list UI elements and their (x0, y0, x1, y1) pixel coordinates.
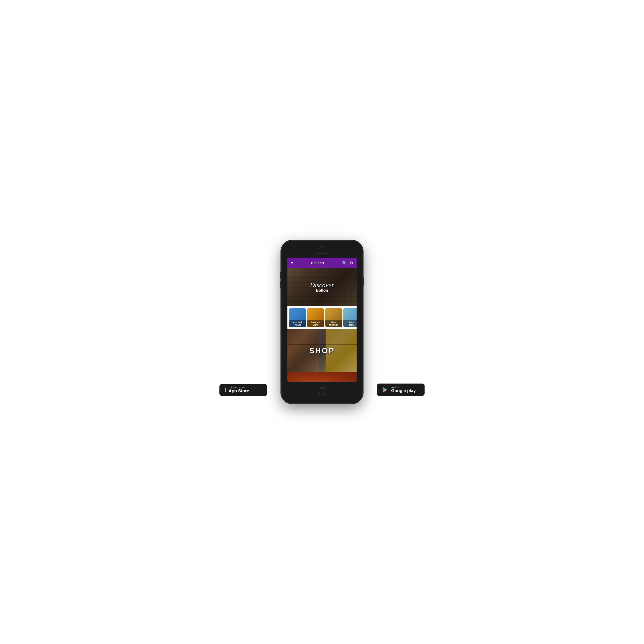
search-icon[interactable]: 🔍 (342, 261, 347, 265)
category-bars[interactable]: Barsand Pubs (325, 308, 342, 327)
googleplay-badge[interactable]: Get it on Google play (377, 384, 425, 396)
app-header: ♥ Bolton ▾ 🔍 ⚙ (287, 258, 357, 268)
arts-label: Arts andTheatre (289, 320, 306, 327)
discover-text: Discover (310, 282, 334, 288)
phone-screen: ♥ Bolton ▾ 🔍 ⚙ Discover (287, 258, 357, 382)
googleplay-line2: Google play (391, 389, 416, 393)
shop-text: SHOP (309, 346, 335, 355)
bars-label: Barsand Pubs (325, 320, 342, 327)
volume-down-button (280, 281, 281, 288)
food-label: Food andDrink (307, 320, 324, 327)
hero-city: Bolton (310, 288, 334, 293)
category-food[interactable]: Food andDrink (307, 308, 324, 327)
dropdown-arrow: ▾ (322, 261, 324, 265)
family-label: Fam-frien... (343, 320, 357, 327)
hero-text: Discover Bolton (310, 282, 334, 293)
front-camera (321, 246, 323, 248)
screen-content: ♥ Bolton ▾ 🔍 ⚙ Discover (287, 258, 357, 382)
city-name: Bolton (311, 261, 322, 265)
shop-banner[interactable]: SHOP (287, 329, 357, 372)
rack-line (287, 344, 357, 345)
hero-section: Discover Bolton (287, 268, 357, 306)
page-wrapper:  Download on the App Store Get it on Go… (215, 215, 429, 429)
appstore-badge[interactable]:  Download on the App Store (219, 384, 267, 396)
categories-row: Arts andTheatre Food andDrink Barsand Pu… (287, 306, 357, 329)
header-title[interactable]: Bolton ▾ (311, 261, 324, 265)
googleplay-icon (381, 386, 389, 394)
settings-icon[interactable]: ⚙ (350, 261, 353, 265)
phone-bottom (281, 382, 363, 401)
phone-top (281, 241, 363, 258)
volume-up-button (280, 272, 281, 279)
power-button (363, 277, 364, 286)
apple-icon:  (224, 387, 226, 393)
eat-banner[interactable]: Eat & Drink (287, 372, 357, 382)
phone-frame: ♥ Bolton ▾ 🔍 ⚙ Discover (281, 241, 363, 403)
category-family[interactable]: Fam-frien... (343, 308, 357, 327)
home-button[interactable] (318, 387, 326, 395)
favorites-icon[interactable]: ♥ (291, 261, 293, 265)
home-button-inner (319, 388, 325, 394)
phone-speaker (315, 253, 329, 254)
eat-overlay (287, 372, 357, 382)
category-arts[interactable]: Arts andTheatre (289, 308, 306, 327)
appstore-line2: App Store (229, 389, 249, 394)
header-right: 🔍 ⚙ (342, 261, 353, 265)
